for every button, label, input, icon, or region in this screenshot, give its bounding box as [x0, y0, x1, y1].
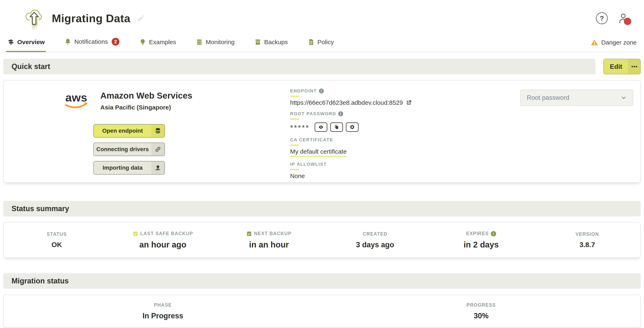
- tab-notifications[interactable]: Notifications 2: [63, 34, 120, 52]
- status-summary-header: Status summary: [3, 201, 641, 217]
- ip-allowlist-group: IP ALLOWLIST None: [290, 162, 484, 180]
- edit-button[interactable]: Edit: [604, 59, 628, 74]
- bell-icon: [64, 38, 71, 45]
- provider-name: Amazon Web Services: [100, 91, 192, 101]
- quick-actions: Open endpoint Connecting drivers Importi…: [93, 124, 165, 175]
- eye-icon: [318, 124, 324, 130]
- next-backup-value: in an hour: [249, 240, 289, 249]
- provider-info: aws Amazon Web Services Asia Pacific (Si…: [64, 90, 192, 111]
- root-password-group: ROOT PASSWORD i *****: [290, 111, 484, 132]
- button-label: Open endpoint: [94, 124, 151, 137]
- tab-policy[interactable]: Policy: [306, 35, 335, 52]
- section-title: Quick start: [12, 62, 50, 71]
- ca-certificate-group: CA CERTIFICATE My default certificate: [290, 137, 484, 157]
- tab-label: Notifications: [74, 38, 108, 45]
- last-safe-backup-value: an hour ago: [140, 240, 186, 249]
- provider-region: Asia Pacific (Singapore): [100, 104, 192, 111]
- copy-icon: [334, 124, 339, 130]
- app-header: Migrating Data ?: [0, 0, 644, 34]
- tab-label: Examples: [149, 39, 176, 46]
- endpoint-label: ENDPOINT i: [290, 88, 484, 94]
- tab-bar: Overview Notifications 2 Examples Monito…: [3, 34, 641, 52]
- open-endpoint-button[interactable]: Open endpoint: [93, 124, 165, 138]
- endpoint-group: ENDPOINT i https://66ec67d623e8.adbdev.c…: [290, 88, 484, 106]
- root-password-dropdown[interactable]: Root password: [520, 89, 633, 106]
- external-link-icon[interactable]: [406, 100, 412, 106]
- aws-logo-text: aws: [66, 91, 87, 104]
- ca-certificate-link[interactable]: My default certificate: [290, 148, 347, 157]
- tab-label: Policy: [318, 39, 334, 46]
- tab-examples[interactable]: Examples: [138, 35, 178, 52]
- version-cell: VERSION 3.8.7: [534, 232, 640, 249]
- connection-details: ENDPOINT i https://66ec67d623e8.adbdev.c…: [290, 88, 484, 184]
- status-cell: STATUS OK: [4, 232, 110, 249]
- signpost-icon: [8, 39, 14, 46]
- chevron-down-icon: [620, 95, 627, 101]
- show-password-button[interactable]: [314, 122, 327, 132]
- masked-password: *****: [290, 122, 310, 132]
- password-settings-button[interactable]: [346, 122, 358, 132]
- expires-cell: EXPIRES i in 2 days: [428, 231, 534, 249]
- tab-backups[interactable]: Backups: [253, 35, 289, 52]
- ip-allowlist-value: None: [290, 173, 305, 180]
- warning-triangle-icon: [590, 39, 598, 46]
- version-value: 3.8.7: [580, 241, 595, 249]
- status-summary-card: STATUS OK LAST SAFE BACKUP an hour ago N…: [3, 222, 641, 258]
- tab-monitoring[interactable]: Monitoring: [195, 35, 236, 52]
- calendar-check-green-icon: [246, 231, 252, 236]
- tab-overview[interactable]: Overview: [6, 35, 46, 52]
- created-value: 3 days ago: [356, 241, 394, 249]
- help-icon[interactable]: ?: [596, 12, 608, 24]
- notification-dot: [624, 18, 631, 25]
- created-cell: CREATED 3 days ago: [322, 231, 428, 249]
- cloud-upload-logo-icon: [23, 6, 45, 30]
- edit-pencil-icon[interactable]: [136, 14, 145, 22]
- progress-cell: PROGRESS 30%: [322, 302, 640, 320]
- accent-underline: [290, 169, 299, 170]
- quick-start-card: aws Amazon Web Services Asia Pacific (Si…: [3, 80, 641, 183]
- aws-logo-icon: aws: [64, 90, 92, 111]
- lightbulb-icon: [139, 39, 146, 46]
- user-menu-button[interactable]: [617, 12, 630, 25]
- button-label: Importing data: [94, 161, 151, 174]
- expires-value: in 2 days: [464, 240, 499, 249]
- tab-label: Overview: [17, 39, 44, 46]
- next-backup-cell: NEXT BACKUP in an hour: [216, 231, 322, 249]
- calendar-check-yellow-icon: [132, 231, 138, 236]
- upload-icon: [151, 161, 164, 174]
- status-value: OK: [52, 241, 62, 249]
- gear-icon: [350, 124, 355, 130]
- link-icon: [151, 143, 164, 156]
- progress-value: 30%: [474, 312, 488, 320]
- info-icon[interactable]: i: [491, 231, 496, 236]
- connecting-drivers-button[interactable]: Connecting drivers: [93, 143, 165, 156]
- section-title: Status summary: [12, 204, 69, 213]
- ip-allowlist-label: IP ALLOWLIST: [290, 162, 484, 167]
- quick-start-header: Quick start: [3, 59, 596, 74]
- notifications-count-badge: 2: [112, 38, 120, 46]
- more-options-button[interactable]: •••: [628, 59, 640, 74]
- last-safe-backup-cell: LAST SAFE BACKUP an hour ago: [110, 231, 216, 249]
- edit-split-button: Edit •••: [603, 59, 641, 74]
- button-label: Connecting drivers: [94, 143, 151, 156]
- server-stack-icon: [196, 39, 203, 46]
- info-icon[interactable]: i: [319, 88, 324, 93]
- accent-underline: [290, 118, 299, 120]
- endpoint-url[interactable]: https://66ec67d623e8.adbdev.cloud:8529: [290, 99, 403, 106]
- accent-underline: [290, 96, 299, 97]
- archive-box-icon: [254, 39, 261, 46]
- migration-status-header: Migration status: [3, 273, 641, 289]
- database-icon: [151, 124, 164, 137]
- info-icon[interactable]: i: [338, 111, 343, 116]
- tab-danger-zone[interactable]: Danger zone: [590, 35, 636, 52]
- copy-password-button[interactable]: [330, 122, 343, 132]
- phase-value: In Progress: [142, 312, 183, 320]
- dropdown-label: Root password: [527, 94, 569, 101]
- document-icon: [308, 39, 314, 46]
- importing-data-button[interactable]: Importing data: [93, 161, 165, 175]
- danger-zone-label: Danger zone: [601, 39, 636, 46]
- migration-status-card: PHASE In Progress PROGRESS 30%: [3, 295, 641, 328]
- phase-cell: PHASE In Progress: [4, 302, 322, 320]
- accent-underline: [290, 145, 299, 146]
- tab-label: Backups: [264, 39, 288, 46]
